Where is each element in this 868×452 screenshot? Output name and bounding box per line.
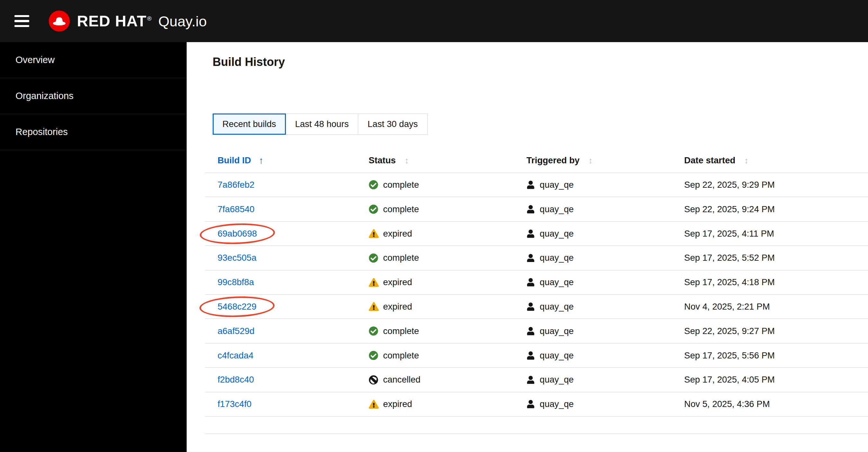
date-started: Nov 5, 2025, 4:36 PM	[684, 399, 770, 409]
status-label: complete	[383, 180, 419, 190]
triggered-by-cell: quay_qe	[514, 399, 672, 409]
build-id-link[interactable]: 7fa68540	[217, 204, 254, 215]
warning-triangle-icon	[369, 229, 379, 238]
user-icon	[527, 181, 535, 189]
status-cell: complete	[356, 326, 514, 336]
triggered-by-cell: quay_qe	[514, 253, 672, 263]
status-label: complete	[383, 204, 419, 215]
status-cell: complete	[356, 180, 514, 190]
sidebar-item-overview[interactable]: Overview	[0, 42, 187, 78]
triggered-by-label: quay_qe	[540, 326, 574, 336]
warning-triangle-icon	[369, 278, 379, 287]
build-id-link[interactable]: f2bd8c40	[217, 374, 254, 385]
date-started-cell: Sep 17, 2025, 5:56 PM	[672, 350, 868, 361]
user-icon	[527, 278, 535, 286]
date-started-cell: Sep 22, 2025, 9:27 PM	[672, 326, 868, 336]
table-header-row: Build ID Status Triggered by Date starte…	[205, 148, 868, 173]
table-row: 7a86feb2 complete quay_qe Sep 22, 2025, …	[205, 173, 868, 197]
status-cell: expired	[356, 229, 514, 239]
triggered-by-cell: quay_qe	[514, 374, 672, 385]
status-cell: complete	[356, 204, 514, 215]
build-id-cell: 7a86feb2	[205, 180, 356, 190]
status-label: complete	[383, 326, 419, 336]
status-cell: complete	[356, 253, 514, 263]
masthead: RED HAT ® Quay.io	[0, 0, 868, 42]
user-icon	[527, 205, 535, 214]
column-header-date-started[interactable]: Date started	[672, 155, 868, 166]
column-header-build-id[interactable]: Build ID	[205, 155, 356, 166]
build-id-link[interactable]: 7a86feb2	[217, 180, 254, 190]
triggered-by-label: quay_qe	[540, 229, 574, 239]
triggered-by-cell: quay_qe	[514, 302, 672, 312]
date-started: Sep 17, 2025, 4:11 PM	[684, 229, 774, 239]
page-title: Build History	[213, 55, 868, 69]
sort-arrows-icon	[744, 156, 748, 165]
status-label: expired	[383, 229, 412, 239]
warning-triangle-icon	[369, 302, 379, 311]
status-label: complete	[383, 350, 419, 361]
sidebar-item-repositories[interactable]: Repositories	[0, 114, 187, 150]
build-id-cell: 93ec505a	[205, 253, 356, 263]
table-row: c4fcada4 complete quay_qe Sep 17, 2025, …	[205, 343, 868, 368]
build-id-link[interactable]: 5468c229	[217, 302, 256, 312]
red-hat-logo	[48, 10, 70, 32]
main-content: Build History Recent builds Last 48 hour…	[187, 42, 868, 452]
triggered-by-cell: quay_qe	[514, 277, 672, 287]
filter-recent-builds[interactable]: Recent builds	[213, 113, 286, 134]
build-id-link[interactable]: a6af529d	[217, 326, 254, 336]
build-id-cell: 5468c229	[205, 302, 356, 312]
build-id-link[interactable]: c4fcada4	[217, 350, 253, 361]
user-icon	[527, 351, 535, 360]
date-started-cell: Sep 22, 2025, 9:29 PM	[672, 180, 868, 190]
date-started: Sep 22, 2025, 9:29 PM	[684, 180, 775, 190]
triggered-by-label: quay_qe	[540, 204, 574, 215]
table-row: f173c4f0 expired quay_qe Nov 5, 2025, 4:…	[205, 392, 868, 417]
brand-home-link[interactable]: RED HAT ® Quay.io	[77, 12, 207, 30]
sidebar-item-label: Organizations	[16, 90, 73, 101]
check-circle-icon	[369, 180, 379, 189]
next-section-divider	[205, 434, 868, 434]
status-cell: expired	[356, 277, 514, 287]
build-id-cell: a6af529d	[205, 326, 356, 336]
build-history-table: Build ID Status Triggered by Date starte…	[205, 148, 868, 417]
date-started: Sep 22, 2025, 9:24 PM	[684, 204, 775, 215]
table-row: 7fa68540 complete quay_qe Sep 22, 2025, …	[205, 197, 868, 222]
triggered-by-cell: quay_qe	[514, 229, 672, 239]
triggered-by-label: quay_qe	[540, 253, 574, 263]
date-started-cell: Sep 17, 2025, 4:05 PM	[672, 374, 868, 385]
check-circle-icon	[369, 351, 379, 360]
hamburger-menu-icon[interactable]	[14, 15, 30, 27]
date-started: Sep 17, 2025, 4:18 PM	[684, 277, 775, 287]
status-cell: expired	[356, 302, 514, 312]
user-icon	[527, 229, 535, 238]
date-started: Sep 17, 2025, 5:52 PM	[684, 253, 775, 263]
date-started-cell: Nov 5, 2025, 4:36 PM	[672, 399, 868, 409]
build-id-cell: 69ab0698	[205, 229, 356, 239]
table-row: 69ab0698 expired quay_qe Sep 17, 2025, 4…	[205, 222, 868, 246]
build-id-link[interactable]: 99c8bf8a	[217, 277, 254, 287]
status-label: expired	[383, 277, 412, 287]
sidebar-item-organizations[interactable]: Organizations	[0, 78, 187, 114]
build-id-link[interactable]: 69ab0698	[217, 229, 257, 239]
sort-ascending-icon	[258, 155, 264, 166]
ban-icon	[369, 375, 379, 385]
date-started-cell: Sep 17, 2025, 4:11 PM	[672, 229, 868, 239]
column-header-status[interactable]: Status	[356, 155, 514, 166]
build-id-link[interactable]: f173c4f0	[217, 399, 251, 409]
build-id-cell: f2bd8c40	[205, 374, 356, 385]
status-label: expired	[383, 302, 412, 312]
status-cell: cancelled	[356, 374, 514, 385]
triggered-by-label: quay_qe	[540, 302, 574, 312]
filter-last-30-days[interactable]: Last 30 days	[358, 113, 428, 134]
build-id-link[interactable]: 93ec505a	[217, 253, 256, 263]
user-icon	[527, 303, 535, 311]
table-row: 93ec505a complete quay_qe Sep 17, 2025, …	[205, 246, 868, 271]
column-header-triggered-by[interactable]: Triggered by	[514, 155, 672, 166]
sort-arrows-icon	[589, 156, 593, 165]
triggered-by-label: quay_qe	[540, 350, 574, 361]
table-row: 5468c229 expired quay_qe Nov 4, 2025, 2:…	[205, 295, 868, 319]
table-row: f2bd8c40 cancelled quay_qe Sep 17, 2025,…	[205, 368, 868, 392]
filter-last-48-hours[interactable]: Last 48 hours	[285, 113, 359, 134]
check-circle-icon	[369, 253, 379, 263]
triggered-by-cell: quay_qe	[514, 326, 672, 336]
